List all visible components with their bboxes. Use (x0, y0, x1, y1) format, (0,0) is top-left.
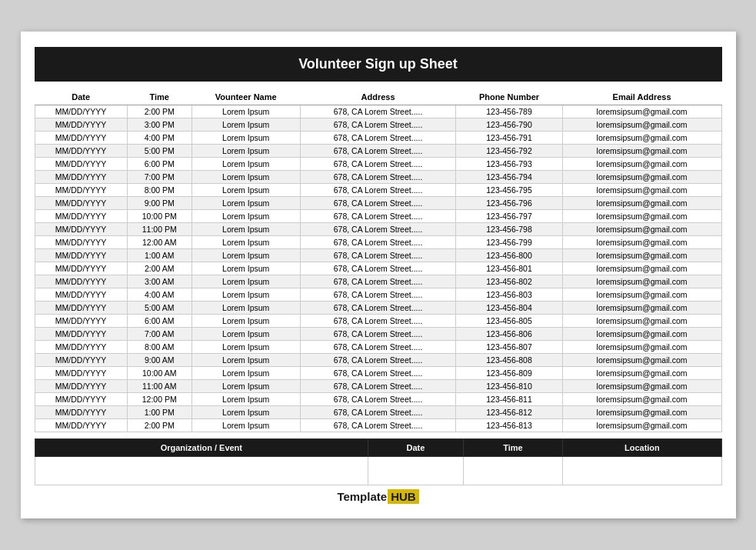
table-row: MM/DD/YYYY8:00 PMLorem Ipsum678, CA Lore… (35, 184, 721, 197)
cell-phone: 123-456-811 (456, 393, 562, 406)
cell-address: 678, CA Lorem Street..... (300, 197, 456, 210)
table-row: MM/DD/YYYY2:00 PMLorem Ipsum678, CA Lore… (35, 419, 721, 432)
cell-date: MM/DD/YYYY (35, 223, 127, 236)
footer-date-cell (368, 457, 463, 485)
cell-name: Lorem Ipsum (191, 380, 300, 393)
cell-phone: 123-456-810 (456, 380, 562, 393)
footer-col4-header: Location (563, 439, 721, 457)
footer-table: Organization / Event Date Time Location (35, 438, 722, 485)
cell-time: 8:00 PM (127, 184, 191, 197)
cell-email: loremsipsum@gmail.com (562, 315, 721, 328)
cell-phone: 123-456-808 (456, 354, 562, 367)
cell-name: Lorem Ipsum (191, 262, 300, 275)
cell-phone: 123-456-807 (456, 341, 562, 354)
table-row: MM/DD/YYYY7:00 AMLorem Ipsum678, CA Lore… (35, 328, 721, 341)
cell-phone: 123-456-804 (456, 302, 562, 315)
cell-name: Lorem Ipsum (191, 354, 300, 367)
col-header-phone: Phone Number (456, 89, 562, 105)
cell-name: Lorem Ipsum (191, 315, 300, 328)
cell-email: loremsipsum@gmail.com (562, 419, 721, 432)
cell-date: MM/DD/YYYY (35, 262, 127, 275)
cell-phone: 123-456-796 (456, 197, 562, 210)
brand-hub-text: HUB (388, 489, 419, 504)
table-row: MM/DD/YYYY6:00 AMLorem Ipsum678, CA Lore… (35, 315, 721, 328)
cell-email: loremsipsum@gmail.com (562, 197, 721, 210)
cell-time: 6:00 AM (127, 315, 191, 328)
brand-row: TemplateHUB (35, 485, 722, 505)
cell-address: 678, CA Lorem Street..... (300, 210, 456, 223)
cell-date: MM/DD/YYYY (35, 393, 127, 406)
footer-time-cell (463, 457, 563, 485)
cell-address: 678, CA Lorem Street..... (300, 184, 456, 197)
cell-date: MM/DD/YYYY (35, 236, 127, 249)
cell-email: loremsipsum@gmail.com (562, 393, 721, 406)
cell-email: loremsipsum@gmail.com (562, 249, 721, 262)
cell-time: 3:00 PM (127, 118, 191, 132)
footer-data-row (35, 457, 721, 485)
cell-name: Lorem Ipsum (191, 302, 300, 315)
cell-date: MM/DD/YYYY (35, 184, 127, 197)
cell-time: 7:00 PM (127, 171, 191, 184)
cell-date: MM/DD/YYYY (35, 419, 127, 432)
cell-name: Lorem Ipsum (191, 210, 300, 223)
cell-email: loremsipsum@gmail.com (562, 132, 721, 145)
table-row: MM/DD/YYYY7:00 PMLorem Ipsum678, CA Lore… (35, 171, 721, 184)
cell-phone: 123-456-812 (456, 406, 562, 419)
cell-date: MM/DD/YYYY (35, 118, 127, 132)
cell-address: 678, CA Lorem Street..... (300, 145, 456, 158)
cell-email: loremsipsum@gmail.com (562, 406, 721, 419)
cell-address: 678, CA Lorem Street..... (300, 315, 456, 328)
cell-phone: 123-456-795 (456, 184, 562, 197)
cell-address: 678, CA Lorem Street..... (300, 171, 456, 184)
footer-col1-header: Organization / Event (35, 439, 368, 457)
cell-time: 1:00 AM (127, 249, 191, 262)
cell-address: 678, CA Lorem Street..... (300, 380, 456, 393)
cell-phone: 123-456-797 (456, 210, 562, 223)
cell-phone: 123-456-803 (456, 288, 562, 302)
cell-time: 2:00 AM (127, 262, 191, 275)
cell-phone: 123-456-805 (456, 315, 562, 328)
cell-address: 678, CA Lorem Street..... (300, 288, 456, 302)
cell-time: 4:00 PM (127, 132, 191, 145)
cell-name: Lorem Ipsum (191, 406, 300, 419)
cell-name: Lorem Ipsum (191, 249, 300, 262)
cell-email: loremsipsum@gmail.com (562, 118, 721, 132)
cell-time: 9:00 PM (127, 197, 191, 210)
cell-phone: 123-456-793 (456, 158, 562, 171)
footer-header-row: Organization / Event Date Time Location (35, 439, 721, 457)
cell-address: 678, CA Lorem Street..... (300, 236, 456, 249)
cell-time: 11:00 AM (127, 380, 191, 393)
cell-name: Lorem Ipsum (191, 158, 300, 171)
cell-address: 678, CA Lorem Street..... (300, 275, 456, 288)
cell-name: Lorem Ipsum (191, 145, 300, 158)
cell-email: loremsipsum@gmail.com (562, 158, 721, 171)
cell-email: loremsipsum@gmail.com (562, 341, 721, 354)
cell-time: 6:00 PM (127, 158, 191, 171)
cell-email: loremsipsum@gmail.com (562, 302, 721, 315)
cell-phone: 123-456-792 (456, 145, 562, 158)
cell-email: loremsipsum@gmail.com (562, 105, 721, 118)
cell-time: 2:00 PM (127, 419, 191, 432)
col-header-name: Vounteer Name (191, 89, 300, 105)
cell-name: Lorem Ipsum (191, 105, 300, 118)
cell-date: MM/DD/YYYY (35, 210, 127, 223)
table-row: MM/DD/YYYY9:00 PMLorem Ipsum678, CA Lore… (35, 197, 721, 210)
cell-name: Lorem Ipsum (191, 184, 300, 197)
cell-time: 8:00 AM (127, 341, 191, 354)
cell-address: 678, CA Lorem Street..... (300, 223, 456, 236)
cell-email: loremsipsum@gmail.com (562, 223, 721, 236)
cell-address: 678, CA Lorem Street..... (300, 249, 456, 262)
cell-phone: 123-456-813 (456, 419, 562, 432)
cell-email: loremsipsum@gmail.com (562, 184, 721, 197)
table-row: MM/DD/YYYY8:00 AMLorem Ipsum678, CA Lore… (35, 341, 721, 354)
cell-phone: 123-456-791 (456, 132, 562, 145)
cell-email: loremsipsum@gmail.com (562, 328, 721, 341)
cell-name: Lorem Ipsum (191, 118, 300, 132)
cell-date: MM/DD/YYYY (35, 380, 127, 393)
cell-address: 678, CA Lorem Street..... (300, 367, 456, 380)
cell-time: 9:00 AM (127, 354, 191, 367)
cell-time: 10:00 AM (127, 367, 191, 380)
cell-address: 678, CA Lorem Street..... (300, 341, 456, 354)
cell-email: loremsipsum@gmail.com (562, 145, 721, 158)
cell-email: loremsipsum@gmail.com (562, 380, 721, 393)
